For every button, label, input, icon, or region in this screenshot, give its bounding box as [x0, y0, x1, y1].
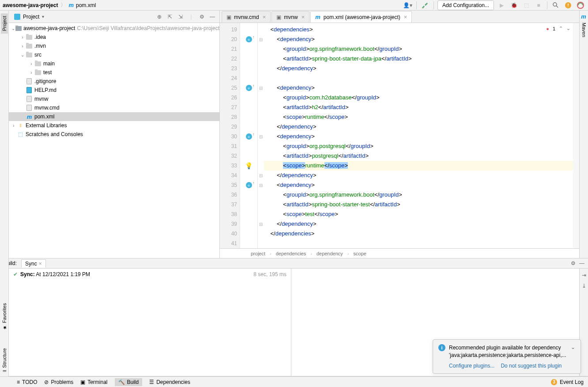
build-tab-sync[interactable]: Sync×	[21, 259, 46, 268]
error-indicator[interactable]: ●1 ⌃ ⌄	[546, 26, 570, 31]
hide-icon[interactable]: —	[579, 260, 584, 266]
todo-tab[interactable]: ≡TODO	[17, 379, 37, 385]
dismiss-plugin-link[interactable]: Do not suggest this plugin	[501, 363, 562, 369]
tree-main[interactable]: › main	[9, 59, 219, 68]
svg-line-1	[556, 6, 558, 8]
dependencies-tab[interactable]: ☰Dependencies	[149, 379, 190, 385]
configure-plugins-link[interactable]: Configure plugins...	[449, 363, 494, 369]
divider: |	[187, 12, 196, 21]
tree-idea[interactable]: › .idea	[9, 33, 219, 42]
stop-icon[interactable]: ■	[534, 0, 543, 10]
locate-icon[interactable]: ⊕	[155, 12, 164, 21]
favorites-tab[interactable]: ★ Favorites	[1, 303, 7, 330]
project-view-selector[interactable]: Project ▾	[11, 13, 47, 21]
tree-mvnwcmd[interactable]: mvnw.cmd	[9, 103, 219, 112]
breadcrumb-file[interactable]: pom.xml	[76, 2, 96, 8]
editor-tab-mvnwcmd[interactable]: ▣mvnw.cmd×	[222, 11, 271, 23]
editor-tab-mvnw[interactable]: ▣mvnw×	[271, 11, 309, 23]
build-tab[interactable]: 🔨Build	[115, 378, 143, 386]
tree-root[interactable]: ⌄ awesome-java-project C:\Users\Seiji Vi…	[9, 24, 219, 33]
problems-tab[interactable]: ⊘Problems	[44, 379, 73, 385]
maven-file-icon: m	[68, 2, 73, 8]
hide-icon[interactable]: —	[208, 12, 217, 21]
collapse-icon[interactable]: ⇲	[176, 12, 185, 21]
event-log-tab[interactable]: Event Log	[560, 379, 584, 385]
intention-bulb-icon[interactable]: 💡	[245, 162, 253, 169]
ide-icon[interactable]	[576, 0, 585, 10]
notification-count[interactable]: 3	[551, 379, 557, 385]
user-icon[interactable]: 👤▾	[403, 0, 413, 10]
tree-help[interactable]: HELP.md	[9, 86, 219, 95]
editor-tab-pom[interactable]: mpom.xml (awesome-java-project)×	[310, 11, 412, 23]
xml-breadcrumb[interactable]: project› dependencies› dependency› scope	[220, 248, 579, 258]
next-error-icon[interactable]: ⌄	[566, 26, 570, 31]
code-editor[interactable]: <dependencies> <dependency> <groupId>org…	[264, 23, 579, 248]
plugin-notification[interactable]: i Recommended plugin available for depen…	[433, 339, 581, 374]
build-sync-row[interactable]: ✔ Sync: At 12/12/2021 1:19 PM 8 sec, 195…	[9, 269, 291, 376]
hammer-icon[interactable]	[420, 0, 430, 10]
tree-src[interactable]: ⌄ src	[9, 50, 219, 59]
gear-icon[interactable]: ⚙	[197, 12, 206, 21]
tree-scratches[interactable]: ⬚ Scratches and Consoles	[9, 130, 219, 139]
tree-pom[interactable]: m pom.xml	[9, 112, 219, 121]
gear-icon[interactable]: ⚙	[571, 260, 576, 266]
breadcrumb: awesome-java-project 〉 m pom.xml	[3, 1, 96, 9]
tree-gitignore[interactable]: .gitignore	[9, 77, 219, 86]
error-stripe[interactable]	[573, 23, 579, 248]
tree-mvn[interactable]: › .mvn	[9, 42, 219, 50]
prev-error-icon[interactable]: ⌃	[559, 26, 563, 31]
terminal-tab[interactable]: ▣Terminal	[80, 379, 107, 385]
tree-extlib[interactable]: ›⫴ External Libraries	[9, 121, 219, 130]
softwrap-icon[interactable]: ⇥	[582, 272, 586, 278]
maven-tool-icon[interactable]: m	[581, 13, 586, 20]
tree-test[interactable]: › test	[9, 68, 219, 77]
svg-point-0	[553, 3, 557, 6]
fold-gutter[interactable]: ⊟⊟ ⊟⊟⊟⊟	[258, 23, 264, 248]
success-icon: ✔	[13, 271, 18, 373]
scroll-end-icon[interactable]: ⤓	[582, 283, 586, 289]
info-icon: i	[438, 344, 445, 351]
maven-tool-tab[interactable]: Maven	[580, 20, 588, 40]
update-icon[interactable]	[563, 0, 573, 10]
line-gutter[interactable]: 1920212223242526272829303132333435363738…	[220, 23, 240, 248]
add-configuration-button[interactable]: Add Configuration...	[437, 0, 494, 10]
search-icon[interactable]	[551, 0, 561, 10]
structure-tab[interactable]: ⫴ Structure	[2, 348, 7, 372]
close-icon[interactable]: ×	[404, 14, 407, 20]
run-icon[interactable]: ▶	[497, 0, 506, 10]
project-tool-tab[interactable]: Project	[1, 13, 8, 34]
chevron-down-icon[interactable]: ⌄	[571, 344, 575, 350]
marker-gutter[interactable]: o o o 💡 o	[240, 23, 258, 248]
expand-icon[interactable]: ⇱	[166, 12, 174, 21]
breadcrumb-root[interactable]: awesome-java-project	[3, 2, 58, 8]
close-icon[interactable]: ×	[263, 14, 266, 20]
debug-icon[interactable]: 🐞	[509, 0, 519, 10]
close-icon[interactable]: ×	[302, 14, 305, 20]
close-icon[interactable]: ×	[39, 261, 42, 267]
tree-mvnw[interactable]: mvnw	[9, 95, 219, 103]
coverage-icon[interactable]: ⬚	[521, 0, 531, 10]
